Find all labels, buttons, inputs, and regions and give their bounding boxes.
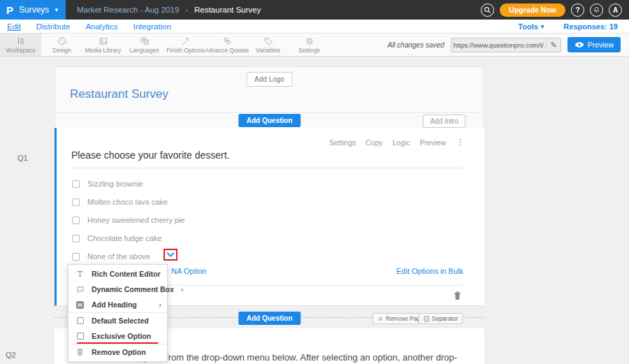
linked-rings-icon [222, 36, 233, 46]
eye-icon [574, 41, 584, 48]
toolbar-tab-label: Design [52, 47, 71, 54]
preview-label: Preview [588, 41, 614, 49]
option-checkbox[interactable] [72, 217, 80, 224]
question-preview-link[interactable]: Preview [420, 138, 446, 147]
questionpro-logo-icon: P [6, 4, 13, 16]
answer-option-row: Sizzling brownie [72, 175, 185, 193]
menu-item-default-selected[interactable]: Default Selected [68, 313, 167, 328]
menu-item-label: Dynamic Comment Box [92, 285, 174, 293]
add-question-button-top[interactable]: Add Question [238, 114, 301, 127]
option-settings-dropdown-toggle[interactable] [164, 249, 178, 261]
help-button[interactable]: ? [571, 3, 584, 17]
question-actions: Settings Copy Logic Preview ⋮ [329, 137, 465, 147]
survey-title[interactable]: Restaurant Survey [70, 87, 168, 101]
notifications-button[interactable] [590, 3, 603, 17]
annotation-red-underline [77, 342, 158, 344]
nav-right: Tools ▾ Responses: 19 [518, 22, 629, 31]
edit-url-pencil-icon[interactable]: ✎ [546, 38, 560, 52]
chevron-down-icon: ▾ [541, 23, 544, 30]
toolbar-right: All changes saved ✎ Preview [387, 34, 629, 56]
app-root: P Surveys ▾ Market Research - Aug 2019 ›… [0, 0, 629, 364]
add-logo-button[interactable]: Add Logo [246, 72, 293, 87]
nav-tab-analytics[interactable]: Analytics [85, 22, 117, 31]
option-label[interactable]: Chocolate fudge cake [87, 234, 161, 242]
question-settings-link[interactable]: Settings [329, 138, 356, 147]
delete-question-button[interactable] [453, 291, 462, 304]
toolbar-tab-label: Media Library [85, 47, 122, 54]
chevron-down-icon: ▾ [55, 6, 58, 13]
option-label[interactable]: Sizzling brownie [87, 180, 143, 188]
menu-item-remove-option[interactable]: Remove Option [68, 344, 167, 360]
question-logic-link[interactable]: Logic [393, 138, 410, 147]
add-question-button-bottom[interactable]: Add Question [238, 312, 301, 325]
preview-button[interactable]: Preview [567, 37, 621, 52]
divider [71, 168, 463, 168]
option-label[interactable]: Honey sweetened cherry pie [87, 216, 185, 224]
avatar[interactable]: A [609, 3, 622, 17]
survey-header-card: Add Logo Restaurant Survey [55, 66, 484, 112]
option-checkbox[interactable] [72, 180, 80, 188]
option-label[interactable]: Molten choco lava cake [87, 198, 168, 206]
edit-options-in-bulk-link[interactable]: Edit Options in Bulk [396, 267, 463, 275]
toolbar-tab-label: Settings [298, 47, 320, 54]
question-copy-link[interactable]: Copy [366, 138, 383, 147]
workspace-icon [15, 36, 27, 46]
toolbar-tab-variables[interactable]: Variables [247, 34, 289, 56]
menu-item-rich-content-editor[interactable]: T Rich Content Editor [68, 266, 167, 282]
option-label[interactable]: None of the above [87, 252, 150, 261]
bell-icon [593, 6, 600, 14]
responses-count[interactable]: Responses: 19 [563, 22, 618, 31]
answer-option-row: Molten choco lava cake [72, 193, 185, 211]
toolbar-tab-label: Languages [129, 47, 159, 54]
add-question-row: Add Question Add Intro [55, 112, 484, 128]
heading-icon: H [75, 301, 85, 309]
upgrade-now-button[interactable]: Upgrade Now [500, 3, 565, 17]
chevron-down-icon [166, 252, 175, 258]
search-button[interactable] [481, 3, 494, 17]
menu-item-exclusive-option[interactable]: Exclusive Option [68, 328, 167, 344]
palette-icon [57, 36, 68, 46]
survey-url-input[interactable] [451, 41, 547, 49]
add-na-option-link[interactable]: NA Option [171, 267, 206, 275]
separator-label: Separator [432, 315, 458, 322]
toolbar-tab-workspace[interactable]: Workspace [0, 34, 41, 56]
gear-icon [304, 36, 315, 46]
menu-item-add-heading[interactable]: H Add Heading › [68, 297, 167, 312]
menu-item-label: Rich Content Editor [92, 270, 161, 278]
toolbar-tab-label: Variables [256, 47, 280, 54]
overflow-menu-icon[interactable]: ⋮ [456, 137, 465, 147]
option-checkbox[interactable] [72, 253, 80, 261]
toolbar-tab-languages[interactable]: A Languages [124, 34, 165, 56]
add-intro-button[interactable]: Add Intro [423, 115, 465, 128]
surveys-product-menu[interactable]: P Surveys ▾ [0, 0, 66, 20]
question-1-text[interactable]: Please choose your favorite dessert. [71, 150, 229, 161]
magic-wand-icon [180, 36, 191, 46]
breadcrumb-current-survey: Restaurant Survey [194, 6, 261, 14]
toolbar-tab-design[interactable]: Design [41, 34, 82, 56]
toolbar-tab-settings[interactable]: Settings [289, 34, 330, 56]
broken-link-icon [377, 316, 384, 322]
tag-icon [263, 36, 274, 46]
tools-dropdown[interactable]: Tools ▾ [518, 22, 544, 31]
checked-box-icon [424, 316, 430, 322]
menu-item-dynamic-comment-box[interactable]: Dynamic Comment Box › [68, 282, 167, 297]
toolbar-tab-media-library[interactable]: Media Library [82, 34, 124, 56]
submenu-arrow-icon: › [181, 285, 184, 293]
search-icon [484, 6, 491, 14]
option-checkbox[interactable] [72, 235, 80, 242]
question-id-q1: Q1 [17, 154, 28, 162]
nav-tab-distribute[interactable]: Distribute [36, 22, 71, 31]
image-icon [98, 36, 109, 46]
separator-button[interactable]: Separator [419, 313, 463, 324]
breadcrumb-folder-link[interactable]: Market Research - Aug 2019 [77, 6, 179, 14]
option-checkbox[interactable] [72, 198, 80, 206]
checkbox-icon [75, 317, 85, 324]
nav-tab-edit[interactable]: Edit [7, 22, 21, 31]
breadcrumb-separator-icon: › [185, 6, 188, 14]
menu-item-label: Default Selected [92, 316, 149, 325]
product-menu-label: Surveys [19, 5, 49, 15]
main-nav: Edit Distribute Analytics Integration To… [0, 20, 629, 34]
toolbar-tab-advance-quotas[interactable]: Advance Quotas [206, 34, 247, 56]
nav-tab-integration[interactable]: Integration [133, 22, 171, 31]
toolbar-tab-finish-options[interactable]: Finish Options [165, 34, 206, 56]
